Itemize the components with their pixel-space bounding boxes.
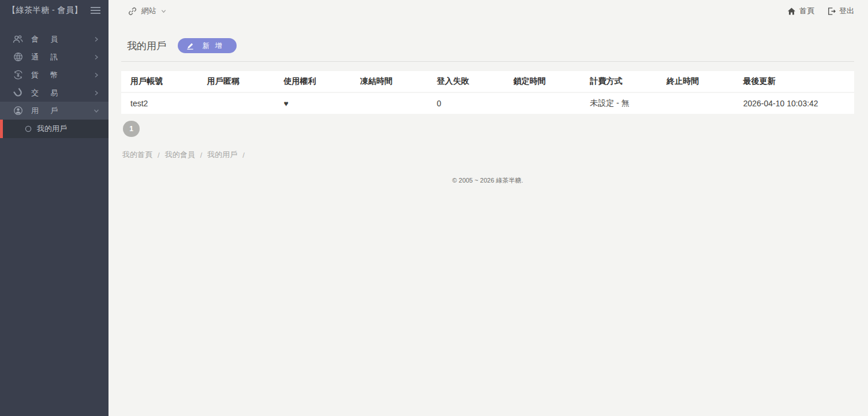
link-icon: [128, 7, 137, 16]
breadcrumb-separator: /: [158, 151, 160, 159]
sidebar-subitem-my-users[interactable]: 我的用戶: [0, 120, 108, 138]
cell-lock-time: [504, 93, 581, 114]
col-header-account: 用戶帳號: [121, 71, 198, 92]
main-content: 我的用戶 新增 用戶帳號 用戶匿稱 使用權利 凍結時間: [108, 22, 868, 185]
sidebar-item-transactions[interactable]: 交易: [0, 84, 108, 102]
logout-link-label: 登出: [839, 6, 854, 16]
page-button-1[interactable]: 1: [123, 121, 140, 137]
col-header-login-failures: 登入失敗: [428, 71, 504, 92]
site-dropdown-label: 網站: [141, 6, 156, 16]
cell-rights heart-icon: ♥: [274, 93, 351, 114]
globe-icon: [13, 52, 23, 62]
breadcrumb-separator: /: [242, 151, 245, 159]
pencil-icon: [186, 42, 194, 50]
user-table: 用戶帳號 用戶匿稱 使用權利 凍結時間 登入失敗 鎖定時間 計費方式 終止時間 …: [121, 70, 854, 115]
user-table-wrap: 用戶帳號 用戶匿稱 使用權利 凍結時間 登入失敗 鎖定時間 計費方式 終止時間 …: [121, 70, 854, 115]
chevron-right-icon: [93, 72, 99, 78]
home-icon: [787, 7, 796, 16]
footer-copyright: © 2005 ~ 2026 綠茶半糖.: [121, 176, 854, 185]
breadcrumb-home[interactable]: 我的首頁: [122, 150, 152, 160]
sidebar-item-communication[interactable]: 通訊: [0, 48, 108, 66]
topbar: 網站 首頁 登出: [108, 0, 868, 22]
home-link[interactable]: 首頁: [787, 6, 814, 16]
page-title: 我的用戶: [127, 39, 166, 53]
breadcrumb-my-users[interactable]: 我的用戶: [207, 150, 237, 160]
title-row: 我的用戶 新增: [127, 38, 854, 61]
pagination: 1: [123, 121, 854, 137]
sidebar-item-currency[interactable]: 貨幣: [0, 66, 108, 84]
col-header-last-updated: 最後更新: [734, 71, 854, 92]
sidebar-item-label: 通訊: [31, 52, 93, 62]
sidebar-nav: 會員 通訊: [0, 30, 108, 138]
magnet-icon: [13, 88, 23, 98]
chevron-down-icon: [161, 9, 166, 14]
logout-icon: [827, 7, 836, 16]
cell-freeze-time: [351, 93, 428, 114]
sidebar-item-label: 會員: [31, 34, 93, 44]
col-header-end-time: 終止時間: [657, 71, 734, 92]
col-header-rights: 使用權利: [274, 71, 351, 92]
sidebar: 【綠茶半糖 - 會員】 會員: [0, 0, 108, 416]
col-header-lock-time: 鎖定時間: [504, 71, 581, 92]
add-button[interactable]: 新增: [178, 38, 237, 53]
breadcrumb: 我的首頁 / 我的會員 / 我的用戶 /: [122, 150, 854, 160]
cell-last-updated: 2026-04-10 10:03:42: [734, 93, 854, 114]
cell-account: test2: [121, 93, 198, 114]
add-button-label: 新增: [203, 41, 227, 51]
col-header-freeze-time: 凍結時間: [351, 71, 428, 92]
home-link-label: 首頁: [799, 6, 814, 16]
sidebar-item-members[interactable]: 會員: [0, 30, 108, 48]
cell-login-failures: 0: [428, 93, 504, 114]
divider: [121, 61, 854, 62]
cell-nickname: [198, 93, 275, 114]
sidebar-item-label: 交易: [31, 88, 93, 98]
chevron-down-icon: [93, 108, 99, 114]
users-icon: [13, 34, 23, 44]
table-row[interactable]: test2 ♥ 0 未設定 - 無 2026-04-10 10:03:42: [121, 93, 854, 114]
currency-icon: [13, 70, 23, 80]
app-title: 【綠茶半糖 - 會員】: [8, 5, 83, 16]
chevron-right-icon: [93, 90, 99, 96]
site-dropdown[interactable]: 網站: [128, 6, 166, 16]
chevron-right-icon: [93, 54, 99, 60]
user-circle-icon: [13, 106, 23, 116]
col-header-nickname: 用戶匿稱: [198, 71, 275, 92]
hamburger-menu-icon[interactable]: [91, 7, 100, 14]
cell-end-time: [657, 93, 734, 114]
sidebar-item-users[interactable]: 用戶: [0, 102, 108, 120]
logout-link[interactable]: 登出: [827, 6, 854, 16]
sidebar-item-label: 貨幣: [31, 70, 93, 80]
sidebar-item-label: 用戶: [31, 106, 93, 116]
breadcrumb-members[interactable]: 我的會員: [165, 150, 195, 160]
topbar-right: 首頁 登出: [787, 6, 854, 16]
cell-billing: 未設定 - 無: [581, 93, 657, 114]
col-header-billing: 計費方式: [581, 71, 657, 92]
table-header-row: 用戶帳號 用戶匿稱 使用權利 凍結時間 登入失敗 鎖定時間 計費方式 終止時間 …: [121, 71, 854, 92]
breadcrumb-separator: /: [200, 151, 203, 159]
chevron-right-icon: [93, 36, 99, 42]
brand-row: 【綠茶半糖 - 會員】: [0, 0, 108, 21]
sidebar-subitem-label: 我的用戶: [37, 124, 67, 134]
circle-icon: [25, 125, 32, 132]
